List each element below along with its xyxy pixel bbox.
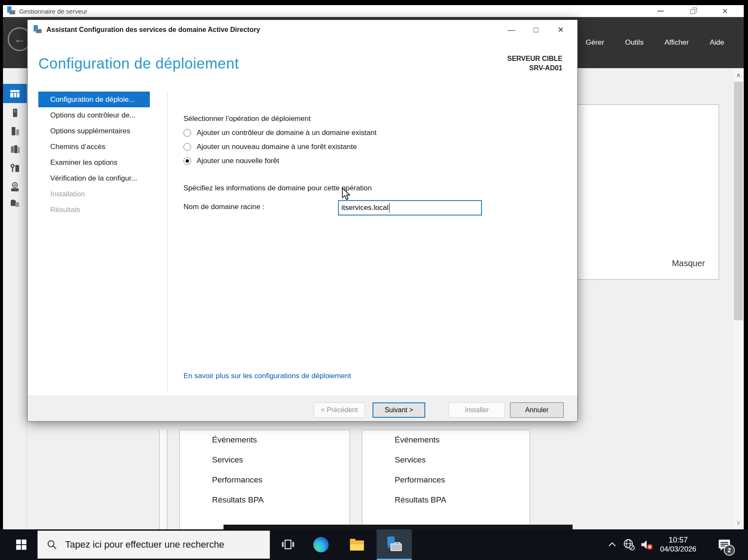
select-operation-heading: Sélectionner l’opération de déploiement <box>183 115 311 123</box>
volume-button[interactable] <box>637 529 656 560</box>
close-icon[interactable]: ✕ <box>548 20 573 40</box>
window-title: Gestionnaire de serveur <box>19 8 87 15</box>
clock-time: 10:57 <box>668 536 688 545</box>
notification-badge: 2 <box>724 545 735 556</box>
role-tile: Événements Services Performances Résulta… <box>179 430 350 530</box>
edge-button[interactable] <box>310 529 332 560</box>
tile-link-performances[interactable]: Performances <box>395 474 446 494</box>
menu-gerer[interactable]: Gérer <box>586 38 604 47</box>
tile-link-services[interactable]: Services <box>212 454 264 474</box>
server-group-icon <box>9 144 20 155</box>
step-deployment-config[interactable]: Configuration de déploie... <box>38 92 150 107</box>
scrollbar-thumb[interactable] <box>734 82 743 320</box>
radio-add-dc-existing-domain[interactable]: Ajouter un contrôleur de domaine à un do… <box>183 129 376 137</box>
scrollbar[interactable]: ∧ ∨ <box>733 68 744 529</box>
step-installation: Installation <box>38 186 150 202</box>
task-view-icon <box>281 537 295 552</box>
install-button: Installer <box>449 402 505 418</box>
sidebar-item-dns[interactable] <box>3 179 27 195</box>
folders-icon <box>9 197 20 208</box>
sidebar-item-file-services[interactable] <box>3 195 27 210</box>
file-explorer-button[interactable] <box>346 529 368 560</box>
wizard-steps: Configuration de déploie... Options du c… <box>38 92 150 218</box>
radio-icon[interactable] <box>183 129 191 137</box>
minimize-button[interactable] <box>644 5 676 17</box>
step-paths[interactable]: Chemins d’accès <box>38 139 150 155</box>
tile-link-events[interactable]: Événements <box>212 434 264 454</box>
step-dc-options[interactable]: Options du contrôleur de... <box>38 107 150 123</box>
target-server-block: SERVEUR CIBLE SRV-AD01 <box>507 54 562 73</box>
close-icon[interactable]: ✕ <box>709 5 741 17</box>
wizard-footer: < Précédent Suivant > Installer Annuler <box>28 396 577 421</box>
restore-button[interactable] <box>676 5 709 17</box>
server-manager-menu: Gérer Outils Afficher Aide <box>586 17 724 68</box>
speaker-muted-icon <box>639 537 654 552</box>
tile-link-bpa[interactable]: Résultats BPA <box>212 494 264 514</box>
taskbar-clock[interactable]: 10:57 04/03/2026 <box>656 529 701 560</box>
tile-link-services[interactable]: Services <box>395 454 446 474</box>
globe-offline-icon <box>622 538 636 551</box>
server-manager-taskbar-button[interactable] <box>376 529 412 560</box>
background-window-edge <box>224 525 573 529</box>
nav-sidebar <box>3 68 27 529</box>
screen: Gestionnaire de serveur ✕ ← Gérer Outils… <box>0 0 748 560</box>
notification-center-button[interactable]: 2 <box>712 529 737 560</box>
windows-logo-icon <box>16 540 26 550</box>
clock-date: 04/03/2026 <box>660 545 696 554</box>
role-tile-partial <box>159 430 167 530</box>
masquer-link[interactable]: Masquer <box>672 258 705 268</box>
root-domain-input[interactable]: itservices.local <box>338 200 482 215</box>
tile-link-performances[interactable]: Performances <box>212 474 264 494</box>
maximize-icon[interactable]: □ <box>524 20 548 40</box>
text-caret <box>389 203 390 213</box>
radio-icon[interactable] <box>183 143 191 151</box>
wizard-titlebar: Assistant Configuration des services de … <box>28 20 577 40</box>
edge-icon <box>313 537 329 552</box>
target-server-name: SRV-AD01 <box>507 63 562 73</box>
step-additional-options[interactable]: Options supplémentaires <box>38 123 150 139</box>
next-button[interactable]: Suivant > <box>373 402 425 418</box>
step-results: Résultats <box>38 202 150 218</box>
task-view-button[interactable] <box>277 529 299 560</box>
dashboard-icon <box>9 88 20 99</box>
wizard-title: Assistant Configuration des services de … <box>46 26 260 34</box>
search-placeholder: Tapez ici pour effectuer une recherche <box>65 539 224 550</box>
wrench-server-icon <box>9 163 20 174</box>
taskbar-search[interactable]: Tapez ici pour effectuer une recherche <box>37 531 270 559</box>
radio-add-new-forest[interactable]: Ajouter une nouvelle forêt <box>183 157 279 165</box>
previous-button: < Précédent <box>314 402 365 418</box>
radio-add-domain-existing-forest[interactable]: Ajouter un nouveau domaine à une forêt e… <box>183 143 357 151</box>
wizard-icon <box>33 25 42 34</box>
sidebar-item-server-group[interactable] <box>3 142 27 157</box>
tile-link-events[interactable]: Événements <box>395 434 446 454</box>
target-server-label: SERVEUR CIBLE <box>507 54 562 63</box>
server-manager-titlebar: Gestionnaire de serveur ✕ <box>3 5 744 17</box>
sidebar-item-ad-ds[interactable] <box>3 161 27 176</box>
menu-aide[interactable]: Aide <box>710 38 724 47</box>
minimize-icon[interactable]: — <box>499 20 524 40</box>
learn-more-link[interactable]: En savoir plus sur les configurations de… <box>183 372 351 380</box>
network-status-button[interactable] <box>619 529 638 560</box>
search-icon <box>46 539 57 550</box>
scroll-down-icon[interactable]: ∨ <box>733 517 744 528</box>
scroll-up-icon[interactable]: ∧ <box>733 70 744 80</box>
sidebar-item-local-server[interactable] <box>3 105 27 121</box>
step-prerequisites-check[interactable]: Vérification de la configur... <box>38 170 150 186</box>
start-button[interactable] <box>9 529 33 560</box>
sidebar-item-all-servers[interactable] <box>3 123 27 139</box>
radio-icon-checked[interactable] <box>183 157 191 165</box>
step-review-options[interactable]: Examiner les options <box>38 155 150 170</box>
servers-icon <box>9 126 20 137</box>
menu-afficher[interactable]: Afficher <box>665 38 689 47</box>
tray-expand-button[interactable] <box>604 529 621 560</box>
role-tile: Événements Services Performances Résulta… <box>362 430 530 530</box>
server-manager-icon <box>6 6 16 16</box>
folder-icon <box>350 540 364 551</box>
taskbar: Tapez ici pour effectuer une recherche <box>0 529 748 560</box>
tile-link-bpa[interactable]: Résultats BPA <box>395 494 446 514</box>
menu-outils[interactable]: Outils <box>625 38 643 47</box>
cancel-button[interactable]: Annuler <box>510 402 564 418</box>
adds-wizard-dialog: Assistant Configuration des services de … <box>27 20 578 422</box>
sidebar-item-dashboard[interactable] <box>3 84 27 103</box>
server-icon <box>9 107 20 118</box>
